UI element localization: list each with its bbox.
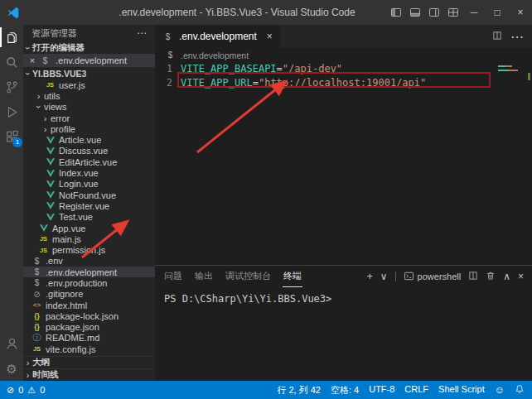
tree-item-utils[interactable]: ›utils <box>23 90 155 101</box>
env-file-icon: $ <box>162 32 173 41</box>
status-indentation[interactable]: 空格: 4 <box>331 384 359 397</box>
tree-item-notfound-vue[interactable]: NotFound.vue <box>23 190 155 200</box>
close-panel-icon[interactable]: × <box>518 271 524 282</box>
tree-item-user-js[interactable]: JSuser.js <box>23 79 155 90</box>
status-cursor-position[interactable]: 行 2, 列 42 <box>277 384 321 397</box>
minimap[interactable] <box>498 65 521 74</box>
breadcrumb[interactable]: $ .env.development <box>155 48 532 62</box>
tree-item-env[interactable]: $.env <box>23 256 155 267</box>
open-editors-header[interactable]: › 打开的编辑器 <box>23 41 155 54</box>
toggle-sidebar-icon[interactable] <box>386 0 405 25</box>
tree-item-env-development[interactable]: $.env.development <box>23 267 155 277</box>
more-actions-icon[interactable]: ⋯ <box>137 27 147 39</box>
tree-item-app-vue[interactable]: App.vue <box>23 223 155 233</box>
activity-run-debug-icon[interactable] <box>0 99 23 124</box>
open-editor-item[interactable]: × $ .env.development <box>23 54 155 67</box>
activity-source-control-icon[interactable] <box>0 75 23 99</box>
chevron-down-icon[interactable]: ∨ <box>380 271 388 282</box>
status-language[interactable]: Shell Script <box>438 384 485 397</box>
terminal[interactable]: PS D:\CSharp\Yi\Yi.BBS.Vue3> <box>155 287 532 381</box>
status-bar: ⊘ 0 ⚠ 0 行 2, 列 42空格: 4UTF-8CRLFShell Scr… <box>0 381 532 399</box>
project-root-label: YI.BBS.VUE3 <box>32 69 86 79</box>
outline-header[interactable]: › 大纲 <box>23 356 155 368</box>
chevron-right-icon: › <box>34 91 43 101</box>
notifications-bell-icon[interactable] <box>515 384 525 396</box>
env-file-icon: $ <box>31 257 42 266</box>
tab-label: .env.development <box>179 31 257 42</box>
vue-file-icon <box>45 147 56 155</box>
maximize-panel-icon[interactable]: ∧ <box>503 271 510 282</box>
tree-item-label: App.vue <box>52 224 85 233</box>
panel-tab-debug-console[interactable]: 调试控制台 <box>225 266 272 287</box>
tree-item-label: Article.vue <box>59 135 101 145</box>
terminal-profile-select[interactable]: powershell <box>404 271 462 283</box>
tree-item-label: index.html <box>46 300 87 310</box>
tree-item-login-vue[interactable]: Login.vue <box>23 179 155 190</box>
tree-item-package-lock-json[interactable]: {}package-lock.json <box>23 310 155 321</box>
new-terminal-icon[interactable]: + <box>367 271 373 282</box>
timeline-header[interactable]: › 时间线 <box>23 368 155 381</box>
tree-item-discuss-vue[interactable]: Discuss.vue <box>23 146 155 156</box>
sidebar: 资源管理器 ⋯ › 打开的编辑器 × $ .env.development › … <box>23 25 155 381</box>
toggle-panel-icon[interactable] <box>405 0 424 25</box>
tab-env-development[interactable]: $ .env.development × <box>155 25 280 48</box>
line-number: 2 <box>155 76 181 90</box>
tree-item-permission-js[interactable]: JSpermission.js <box>23 244 155 255</box>
tree-item-views[interactable]: ›views <box>23 102 155 113</box>
tree-item-label: error <box>51 113 70 123</box>
split-editor-icon[interactable] <box>492 29 502 44</box>
tree-item-error[interactable]: ›error <box>23 113 155 123</box>
tree-item-gitignore[interactable]: ⊘.gitignore <box>23 289 155 300</box>
tree-item-register-vue[interactable]: Register.vue <box>23 200 155 211</box>
tree-item-editarticle-vue[interactable]: EditArticle.vue <box>23 156 155 167</box>
status-encoding[interactable]: UTF-8 <box>369 384 394 397</box>
chevron-right-icon: › <box>23 370 32 380</box>
code-editor[interactable]: 1VITE_APP_BASEAPI="/api-dev" 2VITE_APP_U… <box>155 62 532 265</box>
toggle-secondary-sidebar-icon[interactable] <box>424 0 443 25</box>
panel-tab-terminal[interactable]: 终端 <box>283 266 302 287</box>
activity-search-icon[interactable] <box>0 50 23 75</box>
env-file-icon: $ <box>31 278 42 287</box>
close-icon[interactable]: × <box>27 55 37 65</box>
split-terminal-icon[interactable] <box>468 271 478 283</box>
code-line: 1VITE_APP_BASEAPI="/api-dev" <box>155 62 532 76</box>
vue-file-icon <box>45 170 56 177</box>
tree-item-profile[interactable]: ›profile <box>23 123 155 134</box>
tree-item-readme-md[interactable]: ⓘREADME.md <box>23 333 155 344</box>
more-actions-icon[interactable]: ⋯ <box>510 29 524 45</box>
close-button[interactable]: × <box>509 0 532 25</box>
activity-extensions-icon[interactable]: 1 <box>0 124 23 149</box>
tree-item-index-html[interactable]: <>index.html <box>23 300 155 310</box>
activity-settings-icon[interactable]: ⚙ <box>0 356 23 381</box>
tree-item-article-vue[interactable]: Article.vue <box>23 134 155 145</box>
customize-layout-icon[interactable] <box>443 0 462 25</box>
close-icon[interactable]: × <box>267 31 273 42</box>
panel-tab-output[interactable]: 输出 <box>194 266 214 287</box>
tree-item-test-vue[interactable]: Test.vue <box>23 212 155 223</box>
feedback-icon[interactable]: ☺ <box>495 384 505 396</box>
project-root-header[interactable]: › YI.BBS.VUE3 <box>23 67 155 79</box>
env-file-icon: $ <box>165 50 176 60</box>
panel-tab-problems[interactable]: 问题 <box>163 266 183 287</box>
code-token: "/api-dev" <box>283 62 342 76</box>
activity-account-icon[interactable] <box>0 331 23 356</box>
error-icon: ⊘ <box>7 385 14 396</box>
chevron-down-icon: › <box>34 103 44 112</box>
url-link[interactable]: http://localhost:19001/api <box>264 76 420 90</box>
chevron-down-icon: › <box>23 43 33 52</box>
status-eol[interactable]: CRLF <box>404 384 428 397</box>
tree-item-package-json[interactable]: {}package.json <box>23 322 155 333</box>
tree-item-vite-config-js[interactable]: JSvite.config.js <box>23 344 155 354</box>
extensions-badge: 1 <box>12 137 22 147</box>
tree-item-env-production[interactable]: $.env.production <box>23 277 155 288</box>
tree-item-main-js[interactable]: JSmain.js <box>23 233 155 244</box>
tree-item-index-vue[interactable]: Index.vue <box>23 167 155 178</box>
json-file-icon: {} <box>31 323 42 331</box>
tree-item-label: .gitignore <box>46 289 83 299</box>
activity-explorer-icon[interactable] <box>0 25 23 50</box>
minimize-button[interactable]: ─ <box>462 0 486 25</box>
trash-icon[interactable] <box>486 271 496 283</box>
maximize-button[interactable]: □ <box>486 0 509 25</box>
problems-status[interactable]: ⊘ 0 ⚠ 0 <box>0 385 45 396</box>
line-number: 1 <box>155 62 181 76</box>
